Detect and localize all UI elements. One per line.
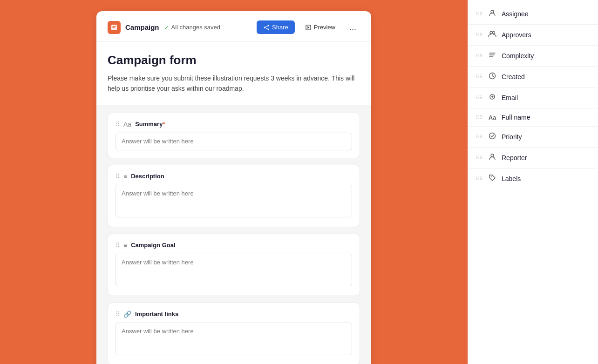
sidebar-label-full-name: Full name <box>502 114 530 121</box>
sidebar-drag-labels: ⠿⠿ <box>476 176 483 182</box>
svg-point-14 <box>491 154 494 157</box>
form-title: Campaign form <box>108 53 360 67</box>
form-fields: ⠿ Aa Summary* ⠿ ≡ Description <box>96 105 371 364</box>
field-label-summary: Summary* <box>135 121 165 128</box>
share-label: Share <box>272 24 288 31</box>
sidebar-item-approvers[interactable]: ⠿⠿ Approvers <box>468 25 598 46</box>
sidebar-label-reporter: Reporter <box>502 154 527 162</box>
sidebar-label-created: Created <box>502 73 525 81</box>
campaign-icon <box>108 21 121 34</box>
reporter-icon <box>488 153 497 163</box>
more-button[interactable]: ... <box>346 20 360 34</box>
sidebar: ⠿⠿ Assignee ⠿⠿ Approvers ⠿⠿ Complexity ⠿… <box>468 0 598 364</box>
drag-handle-important-links[interactable]: ⠿ <box>116 311 120 317</box>
svg-point-13 <box>489 133 496 139</box>
sidebar-item-full-name[interactable]: ⠿⠿ Aa Full name <box>468 108 598 127</box>
sidebar-drag-assignee: ⠿⠿ <box>476 11 483 17</box>
share-icon <box>263 24 270 31</box>
field-label-row-important-links: ⠿ 🔗 Important links <box>116 310 352 318</box>
drag-handle-description[interactable]: ⠿ <box>116 173 120 180</box>
svg-point-15 <box>491 176 492 177</box>
svg-point-7 <box>490 32 492 34</box>
labels-icon <box>488 174 497 184</box>
complexity-icon <box>488 51 497 61</box>
preview-icon <box>305 24 312 31</box>
field-icon-important-links: 🔗 <box>123 310 131 318</box>
share-button[interactable]: Share <box>257 20 295 34</box>
sidebar-item-complexity[interactable]: ⠿⠿ Complexity <box>468 46 598 67</box>
form-card: Campaign ✓ All changes saved <box>96 11 371 364</box>
approvers-icon <box>488 30 497 40</box>
sidebar-drag-reporter: ⠿⠿ <box>476 155 483 161</box>
sidebar-label-labels: Labels <box>502 175 521 182</box>
field-icon-campaign-goal: ≡ <box>123 242 127 249</box>
field-campaign-goal: ⠿ ≡ Campaign Goal <box>108 234 360 296</box>
sidebar-label-complexity: Complexity <box>502 52 534 60</box>
header-left: Campaign ✓ All changes saved <box>108 21 220 34</box>
important-links-input[interactable] <box>116 323 352 355</box>
sidebar-item-email[interactable]: ⠿⠿ Email <box>468 88 598 108</box>
sidebar-label-priority: Priority <box>502 133 522 141</box>
campaign-goal-input[interactable] <box>116 254 352 286</box>
field-summary: ⠿ Aa Summary* <box>108 113 360 158</box>
description-input[interactable] <box>116 185 352 217</box>
sidebar-drag-complexity: ⠿⠿ <box>476 53 483 59</box>
sidebar-label-assignee: Assignee <box>502 10 529 18</box>
svg-point-8 <box>493 32 495 34</box>
sidebar-drag-full-name: ⠿⠿ <box>476 115 483 121</box>
main-area: Campaign ✓ All changes saved <box>0 0 468 364</box>
field-label-important-links: Important links <box>135 310 178 317</box>
field-description: ⠿ ≡ Description <box>108 165 360 227</box>
saved-text: All changes saved <box>171 24 221 31</box>
field-label-row-summary: ⠿ Aa Summary* <box>116 121 352 128</box>
drag-handle-campaign-goal[interactable]: ⠿ <box>116 242 120 249</box>
required-marker-summary: * <box>163 121 165 128</box>
svg-line-5 <box>265 27 267 28</box>
svg-line-4 <box>265 26 267 27</box>
drag-handle-summary[interactable]: ⠿ <box>116 121 120 128</box>
sidebar-item-assignee[interactable]: ⠿⠿ Assignee <box>468 4 598 25</box>
assignee-icon <box>488 9 497 19</box>
sidebar-drag-email: ⠿⠿ <box>476 95 483 101</box>
main-scroll: Campaign ✓ All changes saved <box>0 0 468 364</box>
sidebar-item-labels[interactable]: ⠿⠿ Labels <box>468 169 598 189</box>
campaign-name: Campaign <box>125 23 159 31</box>
field-label-row-campaign-goal: ⠿ ≡ Campaign Goal <box>116 242 352 249</box>
summary-input[interactable] <box>116 133 352 150</box>
preview-label: Preview <box>314 24 335 31</box>
sidebar-item-reporter[interactable]: ⠿⠿ Reporter <box>468 148 598 169</box>
created-icon <box>488 72 497 82</box>
svg-point-3 <box>268 28 269 30</box>
field-icon-description: ≡ <box>123 173 127 180</box>
header-right: Share Preview ... <box>257 20 360 34</box>
sidebar-label-approvers: Approvers <box>502 31 531 39</box>
preview-button[interactable]: Preview <box>299 20 342 34</box>
form-card-body: Campaign form Please make sure you submi… <box>96 42 371 105</box>
sidebar-label-email: Email <box>502 94 518 101</box>
field-label-campaign-goal: Campaign Goal <box>131 242 175 249</box>
svg-point-2 <box>264 27 265 28</box>
field-label-row-description: ⠿ ≡ Description <box>116 173 352 180</box>
form-description: Please make sure you submit these illust… <box>108 73 360 94</box>
field-important-links: ⠿ 🔗 Important links <box>108 303 360 364</box>
sidebar-item-created[interactable]: ⠿⠿ Created <box>468 67 598 88</box>
check-icon: ✓ <box>164 24 170 31</box>
email-icon <box>488 93 497 103</box>
field-label-description: Description <box>131 173 164 180</box>
full-name-icon: Aa <box>488 114 497 121</box>
form-card-header: Campaign ✓ All changes saved <box>96 11 371 42</box>
priority-icon <box>488 132 497 142</box>
field-icon-summary: Aa <box>123 121 131 128</box>
sidebar-drag-created: ⠿⠿ <box>476 74 483 80</box>
svg-point-1 <box>268 25 269 26</box>
svg-point-6 <box>491 10 494 13</box>
saved-status: ✓ All changes saved <box>164 24 221 31</box>
sidebar-drag-priority: ⠿⠿ <box>476 134 483 140</box>
sidebar-item-priority[interactable]: ⠿⠿ Priority <box>468 127 598 148</box>
sidebar-drag-approvers: ⠿⠿ <box>476 32 483 38</box>
